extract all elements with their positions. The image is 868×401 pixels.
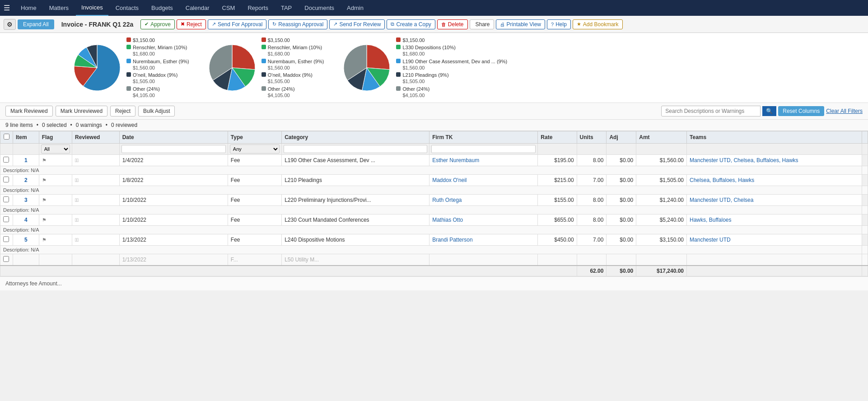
row-amt: $3,150.00 [636, 234, 687, 246]
chart-1: $3,150.00Renschler, Miriam (10%)$1,680.0… [72, 37, 189, 98]
expand-all-button[interactable]: Expand All [18, 19, 54, 29]
row-firm-tk[interactable]: Ruth Ortega [429, 195, 538, 206]
mark-unreviewed-button[interactable]: Mark Unreviewed [56, 106, 107, 117]
row-teams[interactable]: Hawks, Buffaloes [687, 214, 862, 226]
legend-item: O'neil, Maddox (9%)$1,505.00 [126, 72, 189, 85]
reviewed-icon[interactable]: 👁̶ [72, 175, 120, 186]
add-bookmark-button[interactable]: ★Add Bookmark [573, 19, 623, 29]
row-number[interactable]: 2 [13, 175, 39, 186]
row-adj: $0.00 [607, 175, 636, 186]
nav-item-reports[interactable]: Reports [242, 0, 274, 16]
bulk-adjust-button[interactable]: Bulk Adjust [138, 106, 175, 117]
row-teams[interactable]: Manchester UTD, Chelsea, Buffaloes, Hawk… [687, 155, 862, 166]
delete-button[interactable]: 🗑Delete [437, 19, 468, 29]
nav-item-csm[interactable]: CSM [217, 0, 241, 16]
nav-item-contacts[interactable]: Contacts [110, 0, 144, 16]
col-adj: Adj [607, 131, 636, 144]
nav-item-matters[interactable]: Matters [44, 0, 74, 16]
line-items-table: Item Flag Reviewed Date Type Category Fi… [0, 131, 868, 276]
search-input[interactable] [661, 106, 761, 117]
reviewed-count: 0 reviewed [111, 122, 137, 128]
flag-icon[interactable]: ⚑ [39, 195, 72, 206]
firm-tk-filter[interactable] [431, 145, 536, 153]
nav-item-admin[interactable]: Admin [341, 0, 369, 16]
row-units: 8.00 [577, 214, 607, 226]
reassign-approval-button[interactable]: ↻Reassign Approval [268, 19, 327, 29]
row-category: L190 Other Case Assessment, Dev ... [282, 155, 429, 166]
row-firm-tk[interactable]: Mathias Otto [429, 214, 538, 226]
row-checkbox-1[interactable] [3, 157, 9, 163]
reject-button[interactable]: ✖Reject [177, 19, 206, 29]
gear-button[interactable]: ⚙ [4, 19, 16, 30]
flag-icon[interactable]: ⚑ [39, 234, 72, 246]
row-firm-tk[interactable]: Brandi Patterson [429, 234, 538, 246]
row-firm-tk[interactable]: Maddox O'neil [429, 175, 538, 186]
row-description: Description: N/A [0, 246, 868, 254]
nav-item-budgets[interactable]: Budgets [146, 0, 178, 16]
row-number[interactable]: 4 [13, 214, 39, 226]
clear-filters-button[interactable]: Clear All Filters [826, 108, 863, 114]
type-filter[interactable]: Any Fee Expense [230, 145, 280, 154]
row-units: 7.00 [577, 234, 607, 246]
reviewed-icon[interactable]: 👁̶ [72, 195, 120, 206]
row-number[interactable]: 3 [13, 195, 39, 206]
row-description: Description: N/A [0, 186, 868, 195]
chart-3: $3,150.00L330 Depositions (10%)$1,680.00… [342, 37, 507, 98]
row-adj: $0.00 [607, 234, 636, 246]
row-firm-tk[interactable]: Esther Nurembaum [429, 155, 538, 166]
reject-button[interactable]: Reject [110, 106, 135, 117]
flag-icon[interactable]: ⚑ [39, 214, 72, 226]
row-number[interactable]: 1 [13, 155, 39, 166]
help-button[interactable]: ?Help [547, 19, 571, 29]
send-for-review-button[interactable]: ↗Send For Review [329, 19, 385, 29]
legend-item: $3,150.00 [126, 37, 189, 43]
row-teams[interactable]: Manchester UTD, Chelsea [687, 195, 862, 206]
nav-item-calendar[interactable]: Calendar [180, 0, 215, 16]
hamburger-icon[interactable]: ☰ [4, 4, 10, 12]
nav-item-documents[interactable]: Documents [299, 0, 340, 16]
flag-icon[interactable]: ⚑ [39, 155, 72, 166]
nav-item-invoices[interactable]: Invoices [76, 0, 108, 16]
category-filter[interactable] [284, 145, 427, 153]
row-checkbox-4[interactable] [3, 216, 9, 222]
reset-columns-button[interactable]: Reset Columns [778, 106, 824, 116]
row-checkbox-5[interactable] [3, 236, 9, 242]
legend-item: Other (24%)$4,105.00 [261, 86, 324, 99]
create-a-copy-button[interactable]: ⧉Create a Copy [387, 19, 435, 29]
approve-button[interactable]: ✔Approve [140, 19, 175, 29]
row-teams[interactable]: Chelsea, Buffaloes, Hawks [687, 175, 862, 186]
select-all-checkbox[interactable] [4, 134, 9, 140]
warnings-count: 0 warnings [76, 122, 102, 128]
row-type: Fee [228, 155, 281, 166]
table-row: 1 ⚑ 👁̶ 1/4/2022 Fee L190 Other Case Asse… [0, 155, 868, 166]
row-checkbox-2[interactable] [3, 177, 9, 182]
flag-filter[interactable]: All [41, 145, 70, 154]
row-units: 7.00 [577, 175, 607, 186]
send-for-approval-button[interactable]: ↗Send For Approval [208, 19, 266, 29]
search-button[interactable]: 🔍 [762, 106, 776, 116]
flag-icon[interactable]: ⚑ [39, 175, 72, 186]
printable-view-button[interactable]: 🖨Printable View [496, 19, 546, 29]
total-amt: $17,240.00 [636, 266, 687, 276]
legend-item: L190 Other Case Assessment, Dev and ... … [396, 58, 507, 71]
date-filter[interactable] [121, 145, 226, 153]
legend-item: Other (24%)$4,105.00 [126, 86, 189, 99]
legend-item: O'neil, Maddox (9%)$1,505.00 [261, 72, 324, 85]
row-amt: $5,240.00 [636, 214, 687, 226]
reviewed-icon[interactable]: 👁̶ [72, 214, 120, 226]
bottom-hint: Attorneys fee Amount... [0, 276, 868, 290]
row-number[interactable]: 5 [13, 234, 39, 246]
row-teams[interactable]: Manchester UTD [687, 234, 862, 246]
row-category: L220 Preliminary Injunctions/Provi... [282, 195, 429, 206]
mark-reviewed-button[interactable]: Mark Reviewed [5, 106, 53, 117]
row-checkbox-3[interactable] [3, 196, 9, 202]
nav-item-tap[interactable]: TAP [275, 0, 297, 16]
reviewed-icon[interactable]: 👁̶ [72, 155, 120, 166]
nav-item-home[interactable]: Home [15, 0, 42, 16]
reviewed-icon[interactable]: 👁̶ [72, 234, 120, 246]
legend-item: L330 Depositions (10%)$1,680.00 [396, 44, 507, 57]
row-adj: $0.00 [607, 214, 636, 226]
share-button[interactable]: Share [470, 19, 494, 29]
chart-2: $3,150.00Renschler, Miriam (10%)$1,680.0… [207, 37, 324, 98]
toolbar: ⚙ Expand All Invoice - FRANK Q1 22a ✔App… [0, 16, 868, 33]
